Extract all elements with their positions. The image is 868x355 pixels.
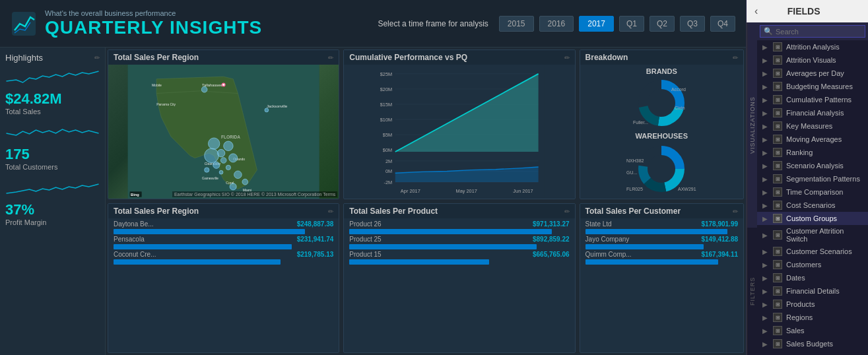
field-type-icon: ⊞ [773,339,782,348]
search-input[interactable] [776,28,861,36]
field-item-financial-details[interactable]: ▶ ⊞ Financial Details [757,284,868,298]
map-edit-icon[interactable]: ✏ [328,54,333,61]
bottom-region-edit-icon[interactable]: ✏ [328,208,333,215]
field-label: Time Comparison [786,188,843,196]
field-item-customer-scenarios[interactable]: ▶ ⊞ Customer Scenarios [757,245,868,258]
cumulative-edit-icon[interactable]: ✏ [564,54,570,61]
svg-point-25 [219,170,223,174]
year-2017-button[interactable]: 2017 [579,16,614,32]
customer-value-1: $178,901.99 [701,220,738,228]
field-item-time-comparison[interactable]: ▶ ⊞ Time Comparison [757,185,868,199]
product-item-1: Product 26 $971,313.27 [347,220,572,228]
brands-section: BRANDS Fuller [583,67,741,132]
highlight-margin: 37% Profit Margin [5,179,100,229]
fields-list: ▶ ⊞ Attrition Analysis ▶ ⊞ Attrition Vis… [757,40,868,355]
field-item-cost-scenarios[interactable]: ▶ ⊞ Cost Scenarios [757,199,868,212]
svg-point-13 [201,86,207,92]
bottom-customer-edit-icon[interactable]: ✏ [733,208,738,215]
customer-name-1: State Ltd [585,220,612,228]
highlights-edit-icon[interactable]: ✏ [94,54,100,61]
field-type-icon: ⊞ [773,42,782,51]
field-item-moving-averages[interactable]: ▶ ⊞ Moving Averages [757,133,868,146]
bottom-product-edit-icon[interactable]: ✏ [564,208,570,215]
svg-text:$15M: $15M [380,102,392,108]
vertical-tabs: VISUALIZATIONS FILTERS [747,22,757,355]
field-item-sales[interactable]: ▶ ⊞ Sales [757,324,868,337]
field-label: Customer Attrition Switch [786,227,863,243]
svg-text:$10M: $10M [380,117,392,123]
field-item-dates[interactable]: ▶ ⊞ Dates [757,271,868,284]
field-item-cumulative-patterns[interactable]: ▶ ⊞ Cumulative Patterns [757,93,868,106]
q1-button[interactable]: Q1 [619,16,644,32]
field-label: Budgeting Measures [786,82,853,90]
field-label: Cost Scenarios [786,201,836,209]
field-item-budgeting-measures[interactable]: ▶ ⊞ Budgeting Measures [757,80,868,93]
field-item-key-measures[interactable]: ▶ ⊞ Key Measures [757,119,868,133]
customer-bar-2 [585,244,704,249]
expand-icon: ▶ [762,136,768,143]
field-item-custom-groups[interactable]: ▶ ⊞ Custom Groups [757,212,868,225]
customer-value-3: $167,394.11 [701,251,738,258]
svg-point-17 [224,141,234,151]
filters-tab[interactable]: FILTERS [747,228,757,355]
bottom-panels-row: Total Sales Per Region ✏ Daytona Be... $… [106,201,746,355]
sparkline-sales [5,68,100,88]
field-item-sales-budgets[interactable]: ▶ ⊞ Sales Budgets [757,337,868,350]
field-item-regions[interactable]: ▶ ⊞ Regions [757,311,868,324]
expand-icon: ▶ [762,301,768,308]
field-item-scenario-analysis[interactable]: ▶ ⊞ Scenario Analysis [757,159,868,172]
warehouses-section: WAREHOUSES NXH382 GU... FLR025 [583,132,741,197]
region-bar-3 [114,259,281,265]
visualizations-tab[interactable]: VISUALIZATIONS [747,22,757,228]
field-label: Cumulative Patterns [786,96,851,104]
product-value-1: $971,313.27 [533,220,570,228]
field-label: Averages per Day [786,69,844,77]
svg-point-18 [205,148,219,163]
customer-item-3: Quimm Comp... $167,394.11 [583,250,741,259]
field-item-averages-per-day[interactable]: ▶ ⊞ Averages per Day [757,67,868,80]
highlights-label: Highlights [5,53,43,63]
field-item-segmentation-patterns[interactable]: ▶ ⊞ Segmentation Patterns [757,172,868,185]
product-bar-3 [349,259,489,265]
year-2015-button[interactable]: 2015 [499,16,534,32]
svg-text:Mobile: Mobile [152,83,162,87]
field-item-customers[interactable]: ▶ ⊞ Customers [757,258,868,271]
region-item-3: Coconut Cre... $219,785.13 [111,250,336,259]
region-value-2: $231,941.74 [297,236,334,243]
expand-icon: ▶ [762,327,768,335]
field-item-attrition-analysis[interactable]: ▶ ⊞ Attrition Analysis [757,40,868,53]
q2-button[interactable]: Q2 [650,16,675,32]
header-left: What's the overall business performance … [11,9,262,38]
svg-text:-2M: -2M [384,179,393,185]
field-type-icon: ⊞ [773,161,782,170]
field-label: Scenario Analysis [786,162,844,170]
svg-point-19 [220,158,226,164]
customer-name-2: Jayo Company [585,236,630,243]
map-panel: Total Sales Per Region ✏ [108,49,339,199]
field-item-products[interactable]: ▶ ⊞ Products [757,298,868,311]
field-item-customer-attrition-switch[interactable]: ▶ ⊞ Customer Attrition Switch [757,225,868,245]
svg-text:NXH382: NXH382 [626,158,644,163]
fields-back-icon[interactable]: ‹ [754,5,758,17]
q4-button[interactable]: Q4 [710,16,735,32]
svg-text:May 2017: May 2017 [456,188,477,194]
field-type-icon: ⊞ [773,108,782,117]
svg-text:Apr 2017: Apr 2017 [401,188,420,194]
highlight-sales: $24.82M Total Sales [5,68,100,118]
brands-donut-chart: Fuller... Accord Cixin [632,77,691,126]
region-item-2: Pensacola $231,941.74 [111,235,336,243]
field-type-icon: ⊞ [773,273,782,282]
field-item-ranking[interactable]: ▶ ⊞ Ranking [757,146,868,159]
field-type-icon: ⊞ [773,55,782,65]
year-2016-button[interactable]: 2016 [539,16,574,32]
field-item-financial-analysis[interactable]: ▶ ⊞ Financial Analysis [757,106,868,119]
bottom-customer-title: Total Sales Per Customer [585,207,681,216]
product-item-2: Product 25 $892,859.22 [347,235,572,243]
breakdown-edit-icon[interactable]: ✏ [733,54,738,61]
field-item-attrition-visuals[interactable]: ▶ ⊞ Attrition Visuals [757,53,868,67]
cumulative-chart-panel: Cumulative Performance vs PQ ✏ [343,49,575,199]
q3-button[interactable]: Q3 [680,16,705,32]
map-visualization: Tallahassee Panama City Mobile Jacksonvi… [108,65,339,199]
field-label: Financial Analysis [786,109,844,117]
svg-text:GU...: GU... [626,170,637,175]
